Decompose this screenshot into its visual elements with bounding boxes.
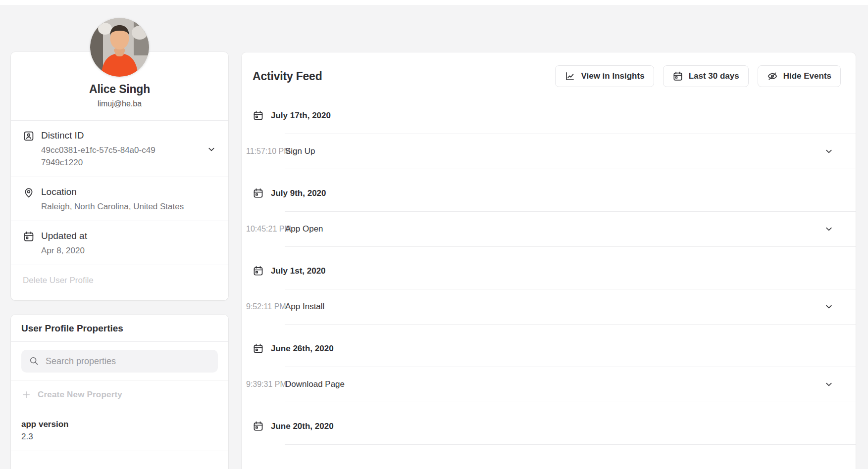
activity-feed-title: Activity Feed: [253, 70, 322, 83]
group-date: July 17th, 2020: [271, 111, 331, 121]
event-row[interactable]: 9:52:11 PM App Install: [242, 289, 856, 325]
insights-line-chart-icon: [564, 71, 575, 82]
event-row[interactable]: 9:39:31 PM Download Page: [242, 367, 856, 402]
activity-feed-list: July 17th, 2020 11:57:10 PM Sign Up July…: [242, 87, 856, 469]
group-date: July 1st, 2020: [271, 266, 326, 276]
event-row[interactable]: 11:57:10 PM Sign Up: [242, 134, 856, 169]
calendar-icon: [672, 71, 683, 82]
calendar-icon: [253, 265, 264, 277]
delete-user-profile-button[interactable]: Delete User Profile: [11, 265, 228, 296]
button-label: Last 30 days: [689, 71, 739, 81]
date-group-header: June 20th, 2020: [242, 402, 856, 444]
properties-search-section: [11, 341, 228, 380]
user-name: Alice Singh: [11, 83, 228, 96]
button-label: Hide Events: [783, 71, 831, 81]
property-value: 2.3: [21, 432, 218, 442]
event-time: 9:52:11 PM: [242, 289, 285, 325]
event-time: 11:57:10 PM: [242, 134, 285, 169]
property-list-item[interactable]: app version 2.3: [11, 409, 228, 451]
calendar-icon: [253, 343, 264, 354]
event-name: Sign Up: [285, 146, 315, 156]
event-main: Sign Up: [285, 134, 856, 169]
profile-fields: Distinct ID 49cc0381-e1fc-57c5-84a0-c497…: [11, 120, 228, 296]
group-date: July 9th, 2020: [271, 188, 326, 198]
create-new-property-button[interactable]: Create New Property: [11, 380, 228, 409]
search-icon: [29, 356, 39, 366]
user-profile-card: Alice Singh limuj@he.ba Distinct ID 49cc…: [11, 52, 228, 300]
field-value: 49cc0381-e1fc-57c5-84a0-c497949c1220: [41, 144, 156, 169]
properties-title: User Profile Properties: [11, 315, 228, 341]
location-pin-icon: [23, 187, 35, 198]
button-label: View in Insights: [581, 71, 644, 81]
event-name: Download Page: [285, 379, 345, 389]
chevron-down-icon[interactable]: [824, 224, 834, 234]
view-in-insights-button[interactable]: View in Insights: [555, 65, 654, 87]
calendar-icon: [253, 421, 264, 432]
date-group-header: July 1st, 2020: [242, 247, 856, 289]
hide-events-button[interactable]: Hide Events: [758, 65, 841, 87]
calendar-icon: [23, 231, 35, 242]
event-main: App Install: [285, 289, 856, 325]
contact-card-icon: [23, 130, 35, 142]
chevron-down-icon[interactable]: [824, 146, 834, 156]
event-main: [285, 444, 856, 469]
create-new-property-label: Create New Property: [38, 390, 122, 400]
calendar-icon: [253, 188, 264, 199]
event-row[interactable]: 10:45:21 PM App Open: [242, 211, 856, 247]
field-value: Apr 8, 2020: [41, 244, 87, 257]
field-updated-at: Updated at Apr 8, 2020: [11, 221, 228, 265]
field-text: Updated at Apr 8, 2020: [41, 230, 87, 257]
event-main: App Open: [285, 211, 856, 247]
date-group-header: July 17th, 2020: [242, 87, 856, 134]
date-group-header: June 26th, 2020: [242, 325, 856, 367]
field-distinct-id: Distinct ID 49cc0381-e1fc-57c5-84a0-c497…: [11, 120, 228, 177]
top-bar-edge: [0, 0, 868, 5]
group-date: June 26th, 2020: [271, 344, 334, 354]
field-label: Updated at: [41, 230, 87, 242]
field-location: Location Raleigh, North Carolina, United…: [11, 177, 228, 221]
event-name: App Install: [285, 302, 324, 312]
search-box[interactable]: [21, 350, 218, 373]
event-time: 10:45:21 PM: [242, 211, 285, 247]
user-email: limuj@he.ba: [11, 99, 228, 108]
calendar-icon: [253, 110, 264, 121]
avatar: [90, 18, 149, 77]
field-text: Location Raleigh, North Carolina, United…: [41, 186, 184, 213]
eye-off-icon: [767, 71, 778, 82]
field-text: Distinct ID 49cc0381-e1fc-57c5-84a0-c497…: [41, 130, 156, 169]
event-time: 9:39:31 PM: [242, 367, 285, 402]
event-main: Download Page: [285, 367, 856, 402]
field-value: Raleigh, North Carolina, United States: [41, 200, 184, 213]
event-time: [242, 444, 285, 469]
user-profile-properties-card: User Profile Properties Create New Prope…: [11, 315, 228, 469]
search-input[interactable]: [21, 350, 218, 373]
activity-feed-actions: View in Insights Last 30 days Hide Event…: [555, 65, 841, 87]
last-30-days-button[interactable]: Last 30 days: [663, 65, 749, 87]
property-name: app version: [21, 420, 218, 429]
activity-feed-header: Activity Feed View in Insights Last 30 d…: [242, 52, 856, 87]
field-label: Location: [41, 186, 184, 198]
group-date: June 20th, 2020: [271, 422, 334, 431]
field-label: Distinct ID: [41, 130, 156, 141]
date-group-header: July 9th, 2020: [242, 169, 856, 211]
event-name: App Open: [285, 224, 323, 234]
activity-feed-card: Activity Feed View in Insights Last 30 d…: [242, 52, 856, 469]
plus-icon: [21, 390, 31, 400]
chevron-down-icon[interactable]: [824, 379, 834, 389]
chevron-down-icon[interactable]: [206, 144, 216, 154]
avatar-illustration: [90, 18, 149, 77]
event-row: [242, 444, 856, 469]
chevron-down-icon[interactable]: [824, 302, 834, 312]
